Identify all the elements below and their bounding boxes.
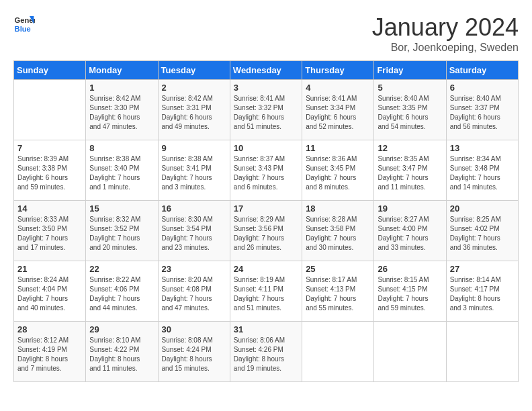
calendar-cell: 11Sunrise: 8:36 AM Sunset: 3:45 PM Dayli… xyxy=(302,140,374,201)
day-number: 16 xyxy=(162,203,226,214)
day-info: Sunrise: 8:40 AM Sunset: 3:37 PM Dayligh… xyxy=(450,94,515,132)
day-info: Sunrise: 8:19 AM Sunset: 4:11 PM Dayligh… xyxy=(234,275,298,313)
calendar-week-row: 14Sunrise: 8:33 AM Sunset: 3:50 PM Dayli… xyxy=(14,201,519,261)
calendar-cell: 2Sunrise: 8:42 AM Sunset: 3:31 PM Daylig… xyxy=(158,80,230,140)
location: Bor, Joenkoeping, Sweden xyxy=(372,42,519,54)
day-number: 29 xyxy=(89,324,154,334)
calendar-cell: 22Sunrise: 8:22 AM Sunset: 4:06 PM Dayli… xyxy=(86,261,158,322)
month-title: January 2024 xyxy=(372,13,519,42)
calendar-cell: 8Sunrise: 8:38 AM Sunset: 3:40 PM Daylig… xyxy=(86,140,158,201)
day-info: Sunrise: 8:33 AM Sunset: 3:50 PM Dayligh… xyxy=(17,215,82,253)
calendar-cell: 26Sunrise: 8:15 AM Sunset: 4:15 PM Dayli… xyxy=(374,261,446,322)
day-number: 14 xyxy=(17,203,82,214)
day-number: 15 xyxy=(89,203,154,214)
day-number: 21 xyxy=(17,264,82,274)
calendar-cell: 18Sunrise: 8:28 AM Sunset: 3:58 PM Dayli… xyxy=(302,201,374,261)
day-number: 24 xyxy=(234,264,298,274)
calendar-cell: 28Sunrise: 8:12 AM Sunset: 4:19 PM Dayli… xyxy=(14,322,86,382)
day-info: Sunrise: 8:28 AM Sunset: 3:58 PM Dayligh… xyxy=(306,215,370,253)
day-info: Sunrise: 8:35 AM Sunset: 3:47 PM Dayligh… xyxy=(378,154,442,192)
calendar-body: 1Sunrise: 8:42 AM Sunset: 3:30 PM Daylig… xyxy=(14,80,519,382)
day-number: 17 xyxy=(234,203,298,214)
day-number: 2 xyxy=(162,83,226,93)
day-info: Sunrise: 8:38 AM Sunset: 3:40 PM Dayligh… xyxy=(89,154,154,192)
day-number: 30 xyxy=(162,324,226,334)
calendar-week-row: 7Sunrise: 8:39 AM Sunset: 3:38 PM Daylig… xyxy=(14,140,519,201)
day-info: Sunrise: 8:37 AM Sunset: 3:43 PM Dayligh… xyxy=(234,154,298,192)
calendar-cell: 15Sunrise: 8:32 AM Sunset: 3:52 PM Dayli… xyxy=(86,201,158,261)
calendar-cell: 4Sunrise: 8:41 AM Sunset: 3:34 PM Daylig… xyxy=(302,80,374,140)
calendar-cell: 9Sunrise: 8:38 AM Sunset: 3:41 PM Daylig… xyxy=(158,140,230,201)
calendar-cell: 25Sunrise: 8:17 AM Sunset: 4:13 PM Dayli… xyxy=(302,261,374,322)
day-info: Sunrise: 8:10 AM Sunset: 4:22 PM Dayligh… xyxy=(89,336,154,373)
calendar-cell: 20Sunrise: 8:25 AM Sunset: 4:02 PM Dayli… xyxy=(446,201,518,261)
day-info: Sunrise: 8:32 AM Sunset: 3:52 PM Dayligh… xyxy=(89,215,154,253)
calendar-week-row: 1Sunrise: 8:42 AM Sunset: 3:30 PM Daylig… xyxy=(14,80,519,140)
day-info: Sunrise: 8:41 AM Sunset: 3:32 PM Dayligh… xyxy=(234,94,298,132)
calendar-cell: 17Sunrise: 8:29 AM Sunset: 3:56 PM Dayli… xyxy=(230,201,302,261)
day-info: Sunrise: 8:17 AM Sunset: 4:13 PM Dayligh… xyxy=(306,275,370,313)
title-block: January 2024 Bor, Joenkoeping, Sweden xyxy=(372,13,519,54)
day-header: Friday xyxy=(374,61,446,80)
day-number: 27 xyxy=(450,264,515,274)
day-info: Sunrise: 8:06 AM Sunset: 4:26 PM Dayligh… xyxy=(234,336,298,373)
day-info: Sunrise: 8:41 AM Sunset: 3:34 PM Dayligh… xyxy=(306,94,370,132)
calendar-cell: 3Sunrise: 8:41 AM Sunset: 3:32 PM Daylig… xyxy=(230,80,302,140)
day-number: 10 xyxy=(234,143,298,153)
calendar-week-row: 21Sunrise: 8:24 AM Sunset: 4:04 PM Dayli… xyxy=(14,261,519,322)
day-info: Sunrise: 8:36 AM Sunset: 3:45 PM Dayligh… xyxy=(306,154,370,192)
logo-icon: General Blue xyxy=(13,13,35,35)
day-header: Sunday xyxy=(14,61,86,80)
day-info: Sunrise: 8:24 AM Sunset: 4:04 PM Dayligh… xyxy=(17,275,82,313)
calendar-cell xyxy=(446,322,518,382)
calendar-cell: 6Sunrise: 8:40 AM Sunset: 3:37 PM Daylig… xyxy=(446,80,518,140)
calendar-cell: 31Sunrise: 8:06 AM Sunset: 4:26 PM Dayli… xyxy=(230,322,302,382)
day-info: Sunrise: 8:39 AM Sunset: 3:38 PM Dayligh… xyxy=(17,154,82,192)
calendar-cell: 29Sunrise: 8:10 AM Sunset: 4:22 PM Dayli… xyxy=(86,322,158,382)
day-info: Sunrise: 8:22 AM Sunset: 4:06 PM Dayligh… xyxy=(89,275,154,313)
day-info: Sunrise: 8:38 AM Sunset: 3:41 PM Dayligh… xyxy=(162,154,226,192)
calendar-cell: 21Sunrise: 8:24 AM Sunset: 4:04 PM Dayli… xyxy=(14,261,86,322)
day-header: Saturday xyxy=(446,61,518,80)
day-number: 20 xyxy=(450,203,515,214)
day-number: 23 xyxy=(162,264,226,274)
calendar-table: SundayMondayTuesdayWednesdayThursdayFrid… xyxy=(13,60,519,382)
day-info: Sunrise: 8:20 AM Sunset: 4:08 PM Dayligh… xyxy=(162,275,226,313)
day-header: Monday xyxy=(86,61,158,80)
day-header: Wednesday xyxy=(230,61,302,80)
day-info: Sunrise: 8:42 AM Sunset: 3:30 PM Dayligh… xyxy=(89,94,154,132)
calendar-cell: 12Sunrise: 8:35 AM Sunset: 3:47 PM Dayli… xyxy=(374,140,446,201)
calendar-cell: 16Sunrise: 8:30 AM Sunset: 3:54 PM Dayli… xyxy=(158,201,230,261)
day-number: 9 xyxy=(162,143,226,153)
day-info: Sunrise: 8:34 AM Sunset: 3:48 PM Dayligh… xyxy=(450,154,515,192)
calendar-cell: 24Sunrise: 8:19 AM Sunset: 4:11 PM Dayli… xyxy=(230,261,302,322)
calendar-cell: 13Sunrise: 8:34 AM Sunset: 3:48 PM Dayli… xyxy=(446,140,518,201)
day-number: 1 xyxy=(89,83,154,93)
calendar-cell: 14Sunrise: 8:33 AM Sunset: 3:50 PM Dayli… xyxy=(14,201,86,261)
logo: General Blue xyxy=(13,13,35,35)
day-number: 13 xyxy=(450,143,515,153)
day-header: Thursday xyxy=(302,61,374,80)
calendar-cell: 27Sunrise: 8:14 AM Sunset: 4:17 PM Dayli… xyxy=(446,261,518,322)
day-number: 4 xyxy=(306,83,370,93)
calendar-cell: 1Sunrise: 8:42 AM Sunset: 3:30 PM Daylig… xyxy=(86,80,158,140)
day-header: Tuesday xyxy=(158,61,230,80)
calendar-cell: 30Sunrise: 8:08 AM Sunset: 4:24 PM Dayli… xyxy=(158,322,230,382)
day-info: Sunrise: 8:14 AM Sunset: 4:17 PM Dayligh… xyxy=(450,275,515,313)
calendar-cell xyxy=(374,322,446,382)
day-number: 11 xyxy=(306,143,370,153)
day-info: Sunrise: 8:40 AM Sunset: 3:35 PM Dayligh… xyxy=(378,94,442,132)
day-number: 6 xyxy=(450,83,515,93)
day-number: 18 xyxy=(306,203,370,214)
calendar-cell xyxy=(14,80,86,140)
calendar-week-row: 28Sunrise: 8:12 AM Sunset: 4:19 PM Dayli… xyxy=(14,322,519,382)
day-info: Sunrise: 8:25 AM Sunset: 4:02 PM Dayligh… xyxy=(450,215,515,253)
day-info: Sunrise: 8:29 AM Sunset: 3:56 PM Dayligh… xyxy=(234,215,298,253)
calendar-cell: 23Sunrise: 8:20 AM Sunset: 4:08 PM Dayli… xyxy=(158,261,230,322)
calendar-cell: 5Sunrise: 8:40 AM Sunset: 3:35 PM Daylig… xyxy=(374,80,446,140)
calendar-cell: 10Sunrise: 8:37 AM Sunset: 3:43 PM Dayli… xyxy=(230,140,302,201)
day-number: 5 xyxy=(378,83,442,93)
day-number: 31 xyxy=(234,324,298,334)
day-number: 3 xyxy=(234,83,298,93)
svg-text:Blue: Blue xyxy=(15,25,31,33)
